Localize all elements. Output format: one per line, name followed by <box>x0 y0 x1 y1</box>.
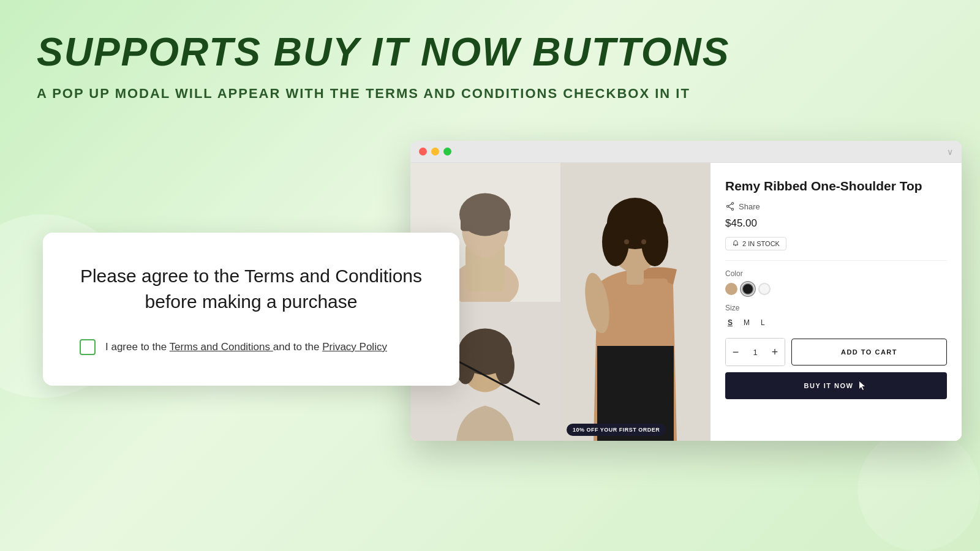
quantity-control: − 1 + <box>725 338 785 366</box>
dot-red[interactable] <box>419 148 427 156</box>
svg-point-27 <box>731 208 733 210</box>
swatch-white[interactable] <box>758 283 771 295</box>
svg-point-17 <box>641 239 646 244</box>
swatch-black[interactable] <box>742 283 754 295</box>
svg-line-28 <box>729 204 732 206</box>
share-row: Share <box>725 201 947 211</box>
main-content: SUPPORTS BUY IT NOW BUTTONS A POP UP MOD… <box>0 0 980 144</box>
bell-icon <box>732 240 739 247</box>
dot-yellow[interactable] <box>431 148 439 156</box>
svg-point-26 <box>726 206 728 208</box>
browser-dots <box>419 148 451 156</box>
discount-badge: 10% OFF YOUR FIRST ORDER <box>567 424 666 436</box>
divider-1 <box>725 260 947 261</box>
dot-green[interactable] <box>443 148 451 156</box>
quantity-decrease[interactable]: − <box>726 339 745 365</box>
checkbox-label: I agree to the Terms and Conditions and … <box>105 341 387 353</box>
share-label: Share <box>739 202 760 211</box>
privacy-link[interactable]: Privacy Policy <box>322 341 387 353</box>
size-label: Size <box>725 304 947 312</box>
quantity-value: 1 <box>745 348 765 357</box>
size-s[interactable]: S <box>725 317 735 328</box>
size-l[interactable]: L <box>758 317 767 328</box>
terms-checkbox[interactable] <box>80 339 96 355</box>
color-label: Color <box>725 269 947 278</box>
svg-point-25 <box>731 203 733 204</box>
browser-chevron: ∨ <box>947 147 953 157</box>
size-options: S M L <box>725 317 947 328</box>
product-details: Remy Ribbed One-Shoulder Top Share $45.0… <box>710 163 962 441</box>
svg-line-29 <box>729 207 732 209</box>
modal-title: Please agree to the Terms and Conditions… <box>80 263 423 315</box>
terms-link[interactable]: Terms and Conditions <box>170 341 273 353</box>
page-subheadline: A POP UP MODAL WILL APPEAR WITH THE TERM… <box>37 86 943 102</box>
svg-rect-12 <box>627 266 644 285</box>
quantity-increase[interactable]: + <box>765 339 785 365</box>
swatch-tan[interactable] <box>725 283 737 295</box>
stock-badge: 2 IN STOCK <box>725 237 786 250</box>
cursor-icon <box>857 380 868 391</box>
product-price: $45.00 <box>725 217 947 230</box>
share-icon <box>725 201 735 211</box>
svg-rect-9 <box>603 279 668 352</box>
product-image-main: 10% OFF YOUR FIRST ORDER <box>560 163 710 441</box>
svg-point-16 <box>624 239 629 244</box>
color-swatches <box>725 283 947 295</box>
modal-popup: Please agree to the Terms and Conditions… <box>43 233 459 386</box>
page-headline: SUPPORTS BUY IT NOW BUTTONS <box>37 31 943 73</box>
size-m[interactable]: M <box>741 317 752 328</box>
buy-now-button[interactable]: BUY IT NOW <box>725 372 947 399</box>
modal-checkbox-row: I agree to the Terms and Conditions and … <box>80 339 423 355</box>
product-title: Remy Ribbed One-Shoulder Top <box>725 178 947 194</box>
stock-text: 2 IN STOCK <box>742 240 780 247</box>
bg-blob-right <box>858 429 980 551</box>
add-to-cart-button[interactable]: ADD TO CART <box>791 339 947 365</box>
qty-cart-row: − 1 + ADD TO CART <box>725 338 947 366</box>
